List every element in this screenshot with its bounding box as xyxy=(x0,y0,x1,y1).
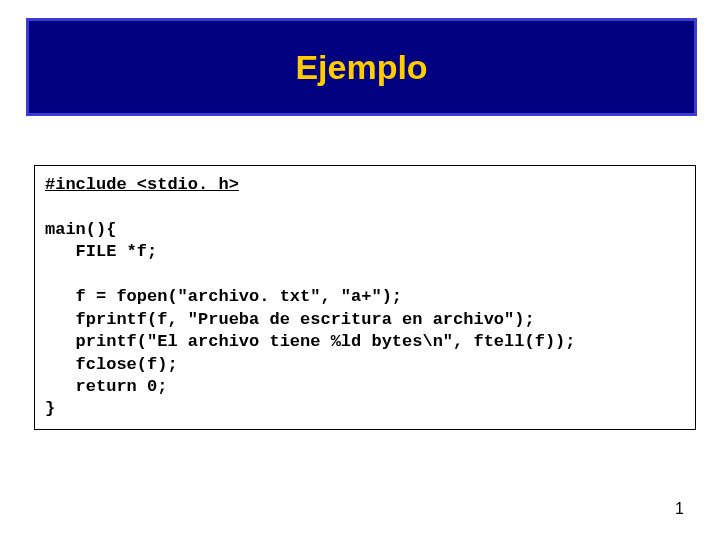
title-banner: Ejemplo xyxy=(26,18,697,116)
code-include-line: #include <stdio. h> xyxy=(45,175,239,194)
code-block: #include <stdio. h> main(){ FILE *f; f =… xyxy=(34,165,696,430)
code-line: } xyxy=(45,399,55,418)
code-line: return 0; xyxy=(45,377,167,396)
code-line: fprintf(f, "Prueba de escritura en archi… xyxy=(45,310,535,329)
slide-title: Ejemplo xyxy=(295,48,427,87)
page-number: 1 xyxy=(675,500,684,518)
code-line: main(){ xyxy=(45,220,116,239)
code-line: f = fopen("archivo. txt", "a+"); xyxy=(45,287,402,306)
code-line: fclose(f); xyxy=(45,355,178,374)
code-line: FILE *f; xyxy=(45,242,157,261)
code-line: printf("El archivo tiene %ld bytes\n", f… xyxy=(45,332,576,351)
